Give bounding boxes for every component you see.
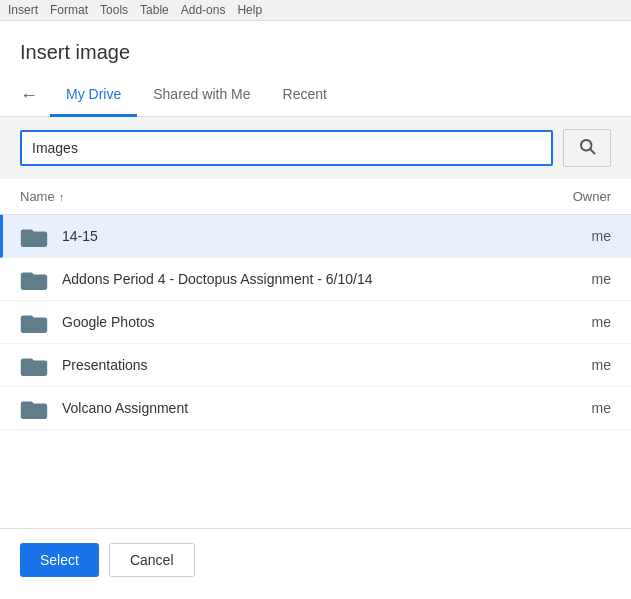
svg-line-1 <box>590 149 594 153</box>
search-icon <box>578 137 596 155</box>
file-owner: me <box>551 357 611 373</box>
insert-image-dialog: Insert image ← My Drive Shared with Me R… <box>0 21 631 591</box>
file-name: Addons Period 4 - Doctopus Assignment - … <box>62 271 551 287</box>
menu-item-format[interactable]: Format <box>50 3 88 17</box>
tab-recent[interactable]: Recent <box>267 74 343 117</box>
tab-my-drive[interactable]: My Drive <box>50 74 137 117</box>
file-name: 14-15 <box>62 228 551 244</box>
menu-item-insert[interactable]: Insert <box>8 3 38 17</box>
folder-icon <box>20 397 48 419</box>
tab-shared-with-me[interactable]: Shared with Me <box>137 74 266 117</box>
menu-item-tools[interactable]: Tools <box>100 3 128 17</box>
file-owner: me <box>551 271 611 287</box>
tabs-row: ← My Drive Shared with Me Recent <box>0 74 631 117</box>
folder-icon <box>20 311 48 333</box>
menu-item-help[interactable]: Help <box>237 3 262 17</box>
table-row[interactable]: Volcano Assignment me <box>0 387 631 430</box>
folder-icon <box>20 354 48 376</box>
file-name: Volcano Assignment <box>62 400 551 416</box>
select-button[interactable]: Select <box>20 543 99 577</box>
search-button[interactable] <box>563 129 611 167</box>
sort-arrow-icon: ↑ <box>59 191 65 203</box>
folder-icon <box>20 225 48 247</box>
search-bar <box>0 117 631 179</box>
file-owner: me <box>551 228 611 244</box>
menu-item-table[interactable]: Table <box>140 3 169 17</box>
table-row[interactable]: Google Photos me <box>0 301 631 344</box>
folder-icon <box>20 268 48 290</box>
dialog-title: Insert image <box>0 21 631 74</box>
file-owner: me <box>551 314 611 330</box>
back-button[interactable]: ← <box>20 77 38 114</box>
file-list-header: Name ↑ Owner <box>0 179 631 215</box>
search-input[interactable] <box>20 130 553 166</box>
owner-column-header: Owner <box>573 189 611 204</box>
name-column-header[interactable]: Name ↑ <box>20 189 64 204</box>
table-row[interactable]: 14-15 me <box>0 215 631 258</box>
cancel-button[interactable]: Cancel <box>109 543 195 577</box>
file-name: Presentations <box>62 357 551 373</box>
table-row[interactable]: Presentations me <box>0 344 631 387</box>
file-list: 14-15 me Addons Period 4 - Doctopus Assi… <box>0 215 631 528</box>
file-owner: me <box>551 400 611 416</box>
table-row[interactable]: Addons Period 4 - Doctopus Assignment - … <box>0 258 631 301</box>
dialog-footer: Select Cancel <box>0 528 631 591</box>
menu-item-addons[interactable]: Add-ons <box>181 3 226 17</box>
menu-bar: Insert Format Tools Table Add-ons Help <box>0 0 631 21</box>
file-name: Google Photos <box>62 314 551 330</box>
